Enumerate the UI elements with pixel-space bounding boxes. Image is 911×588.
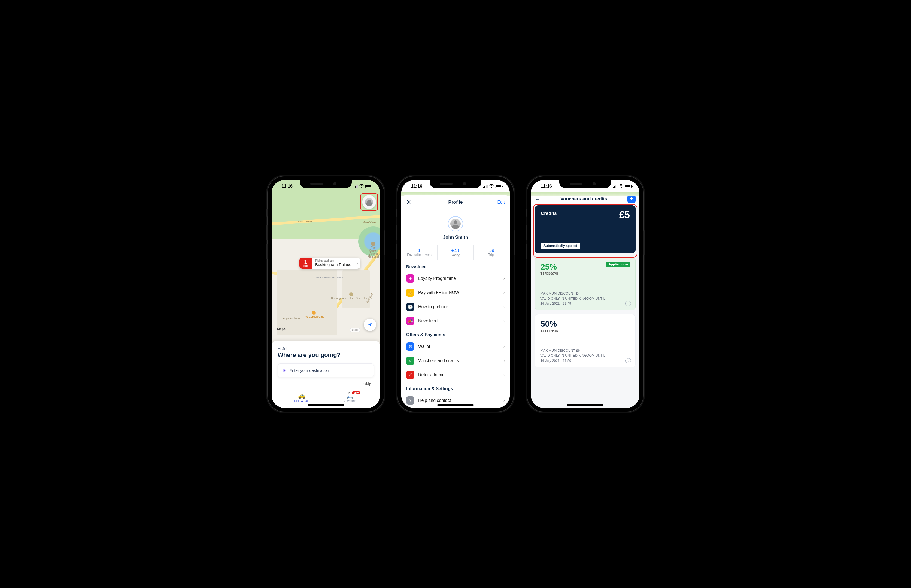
chevron-right-icon: › (355, 261, 360, 265)
row-pay-with-freenow[interactable]: 👍Pay with FREE NOW› (401, 286, 510, 300)
maps-attribution: Maps (277, 327, 285, 331)
bookmark-icon: ✦ (406, 275, 414, 283)
page-title: Profile (401, 200, 510, 205)
battery-icon (625, 184, 632, 188)
stat-rating[interactable]: ★4.6Rating (438, 245, 474, 260)
chevron-right-icon: › (503, 290, 505, 295)
voucher-meta: MAXIMUM DISCOUNT £6 VALID ONLY IN UNITED… (540, 348, 630, 363)
voucher-code: 1J1IIEM3K (540, 329, 630, 333)
stat-favourite-drivers[interactable]: 1Favourite drivers (401, 245, 438, 260)
tab-label: 2-wheels (344, 399, 356, 402)
tab-ride-taxi[interactable]: 🚕 Ride & Taxi (277, 393, 326, 402)
signal-icon (613, 184, 618, 188)
greeting-text: Hi John! (277, 347, 374, 351)
voucher-code: T5FDDQQYB (540, 272, 630, 276)
signal-icon (353, 184, 358, 188)
map-poi: Buckingham Palace State Rooms (331, 292, 371, 300)
pickup-address: Buckingham Palace (315, 262, 352, 267)
map-poi: The Garden Cafe (303, 311, 324, 318)
chevron-right-icon: › (503, 276, 505, 281)
wifi-icon (359, 184, 364, 188)
megaphone-icon: 📣 (406, 317, 414, 325)
profile-header: ✕ Profile Edit (401, 195, 510, 209)
user-avatar[interactable] (448, 216, 463, 231)
wifi-icon (619, 184, 623, 188)
page-title: Vouchers and credits (560, 196, 607, 202)
bottom-sheet: Hi John! Where are you going? Enter your… (272, 341, 380, 408)
locate-me-button[interactable] (364, 318, 376, 331)
section-title-newsfeed: Newsfeed (401, 260, 510, 271)
battery-icon (365, 184, 373, 188)
applied-now-chip: Applied now (606, 262, 631, 267)
row-newsfeed[interactable]: 📣Newsfeed› (401, 314, 510, 328)
prompt-heading: Where are you going? (277, 351, 374, 359)
row-privacy-settings[interactable]: ⛨Privacy settings› (401, 407, 510, 408)
signal-icon (483, 184, 488, 188)
chevron-right-icon: › (503, 372, 505, 377)
row-loyalty-programme[interactable]: ✦Loyalty Programme› (401, 271, 510, 286)
row-refer-friend[interactable]: ♡Refer a friend› (401, 368, 510, 382)
status-time: 11:16 (541, 184, 552, 189)
map-poi: BUCKINGHAM PALACE (316, 276, 348, 279)
map-poi: The Queen Victoria Memorial (366, 242, 380, 258)
pickup-card[interactable]: 1 min Pickup address Buckingham Palace › (299, 257, 360, 269)
stat-trips[interactable]: 59Trips (474, 245, 510, 260)
taxi-icon: 🚕 (277, 393, 326, 399)
stats-row: 1Favourite drivers ★4.6Rating 59Trips (401, 245, 510, 260)
new-badge: NEW (352, 391, 360, 394)
voucher-card[interactable]: Applied now 25% T5FDDQQYB MAXIMUM DISCOU… (535, 257, 635, 310)
avatar-icon (450, 219, 461, 229)
row-vouchers-credits[interactable]: ⌑Vouchers and credits› (401, 354, 510, 368)
tab-label: Ride & Taxi (294, 399, 309, 402)
edit-button[interactable]: Edit (497, 200, 505, 205)
status-time: 11:16 (281, 184, 293, 189)
skip-button[interactable]: Skip (277, 377, 374, 390)
map-label: Constitution Hill (297, 220, 313, 223)
back-button[interactable]: ← (535, 196, 540, 202)
destination-input[interactable]: Enter your destination (277, 363, 374, 377)
add-voucher-button[interactable]: + (627, 195, 635, 203)
eta-badge: 1 min (299, 257, 312, 269)
location-arrow-icon (368, 322, 373, 327)
battery-icon (495, 184, 502, 188)
scooter-icon: 🛴 (326, 393, 374, 399)
user-name: John Smith (401, 235, 510, 240)
clock-icon: 🕐 (406, 303, 414, 311)
destination-dot-icon (283, 369, 285, 372)
status-time: 11:16 (411, 184, 422, 189)
info-icon[interactable]: i (626, 301, 631, 306)
destination-placeholder: Enter your destination (289, 368, 329, 373)
voucher-percent: 50% (540, 319, 630, 329)
section-title-info: Information & Settings (401, 382, 510, 393)
wifi-icon (489, 184, 494, 188)
chevron-right-icon: › (503, 318, 505, 323)
close-button[interactable]: ✕ (406, 199, 411, 206)
voucher-meta: MAXIMUM DISCOUNT £4 VALID ONLY IN UNITED… (540, 291, 630, 306)
row-how-to-prebook[interactable]: 🕐How to prebook› (401, 300, 510, 314)
row-wallet[interactable]: ⎘Wallet› (401, 339, 510, 354)
voucher-card[interactable]: 50% 1J1IIEM3K MAXIMUM DISCOUNT £6 VALID … (535, 314, 635, 367)
heart-icon: ♡ (406, 371, 414, 379)
question-icon: ? (406, 396, 414, 404)
highlight-annotation (360, 193, 378, 211)
map-label: Queen's Gard (363, 221, 376, 223)
highlight-annotation (533, 204, 637, 257)
chevron-right-icon: › (503, 398, 505, 403)
chevron-right-icon: › (503, 358, 505, 363)
info-icon[interactable]: i (626, 358, 631, 363)
maps-legal-button[interactable]: Legal (350, 328, 360, 332)
thumbs-up-icon: 👍 (406, 289, 414, 297)
wallet-icon: ⎘ (406, 342, 414, 351)
chevron-right-icon: › (503, 304, 505, 309)
section-title-offers: Offers & Payments (401, 328, 510, 339)
map-poi: Royal Archives (282, 317, 300, 320)
tab-two-wheels[interactable]: NEW 🛴 2-wheels (326, 393, 374, 402)
chevron-right-icon: › (503, 344, 505, 349)
pickup-label: Pickup address (315, 259, 352, 262)
ticket-icon: ⌑ (406, 357, 414, 365)
